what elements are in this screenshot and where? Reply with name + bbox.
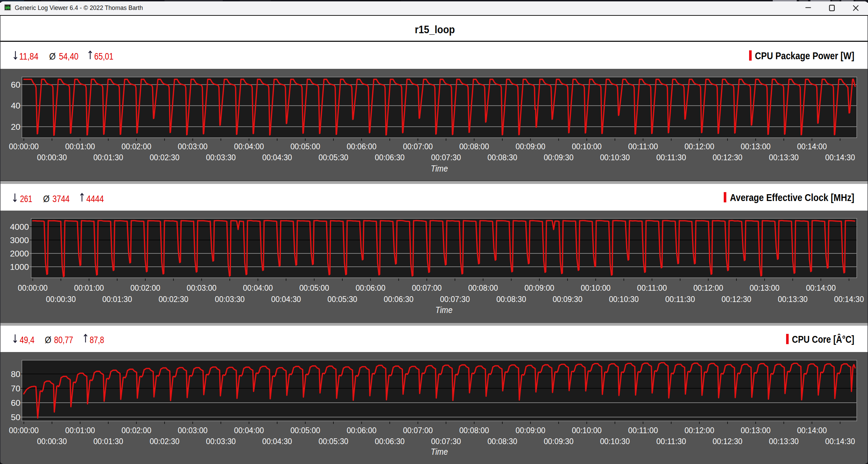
svg-text:00:06:30: 00:06:30 — [375, 437, 405, 446]
svg-text:60: 60 — [11, 398, 21, 407]
svg-text:00:11:00: 00:11:00 — [628, 142, 658, 151]
svg-text:00:03:30: 00:03:30 — [206, 437, 236, 446]
svg-text:80: 80 — [11, 369, 21, 379]
svg-text:00:10:30: 00:10:30 — [600, 153, 630, 162]
svg-text:00:11:00: 00:11:00 — [637, 283, 667, 292]
svg-text:00:04:00: 00:04:00 — [234, 426, 264, 435]
svg-text:00:00:00: 00:00:00 — [9, 142, 39, 151]
svg-text:00:12:00: 00:12:00 — [684, 426, 714, 435]
svg-text:00:02:00: 00:02:00 — [122, 426, 151, 435]
svg-text:00:02:30: 00:02:30 — [159, 294, 188, 304]
svg-text:00:04:00: 00:04:00 — [234, 142, 264, 151]
svg-text:00:05:30: 00:05:30 — [328, 294, 357, 304]
svg-text:00:04:30: 00:04:30 — [262, 153, 292, 162]
svg-text:Ø: Ø — [45, 335, 51, 345]
svg-text:70: 70 — [11, 384, 21, 393]
svg-text:00:06:30: 00:06:30 — [375, 153, 405, 162]
svg-text:49,4: 49,4 — [20, 335, 35, 345]
svg-text:00:03:30: 00:03:30 — [215, 294, 245, 304]
svg-text:00:07:00: 00:07:00 — [403, 142, 433, 151]
svg-text:00:05:00: 00:05:00 — [299, 283, 329, 292]
svg-text:00:00:30: 00:00:30 — [37, 437, 67, 446]
svg-text:Time: Time — [431, 447, 448, 457]
svg-text:00:08:30: 00:08:30 — [487, 437, 517, 446]
svg-text:00:01:30: 00:01:30 — [93, 153, 123, 162]
svg-text:00:07:30: 00:07:30 — [431, 437, 461, 446]
svg-text:00:02:30: 00:02:30 — [150, 153, 180, 162]
svg-text:00:10:00: 00:10:00 — [572, 426, 602, 435]
svg-text:00:08:00: 00:08:00 — [459, 142, 489, 151]
svg-text:00:13:00: 00:13:00 — [741, 142, 771, 151]
svg-text:00:00:00: 00:00:00 — [18, 283, 48, 292]
svg-text:00:12:30: 00:12:30 — [713, 153, 743, 162]
svg-text:20: 20 — [11, 122, 21, 131]
svg-text:Ø: Ø — [49, 51, 56, 62]
svg-text:00:06:00: 00:06:00 — [347, 142, 377, 151]
svg-text:00:05:00: 00:05:00 — [290, 142, 320, 151]
svg-text:00:03:00: 00:03:00 — [178, 426, 208, 435]
svg-text:40: 40 — [11, 101, 21, 110]
svg-text:00:10:00: 00:10:00 — [581, 283, 611, 292]
svg-text:00:07:00: 00:07:00 — [403, 426, 433, 435]
svg-text:00:06:00: 00:06:00 — [347, 426, 377, 435]
svg-text:00:07:30: 00:07:30 — [431, 153, 461, 162]
svg-text:00:01:30: 00:01:30 — [102, 294, 132, 304]
svg-text:00:02:00: 00:02:00 — [131, 283, 160, 292]
svg-text:00:13:30: 00:13:30 — [778, 294, 808, 304]
svg-text:00:00:30: 00:00:30 — [37, 153, 67, 162]
svg-text:261: 261 — [20, 193, 33, 204]
svg-text:Generic Log Viewer 6.4 - © 202: Generic Log Viewer 6.4 - © 2022 Thomas B… — [15, 4, 143, 11]
svg-text:00:07:00: 00:07:00 — [412, 283, 442, 292]
svg-text:CPU Core [Â°C]: CPU Core [Â°C] — [792, 334, 854, 345]
svg-text:00:08:00: 00:08:00 — [468, 283, 498, 292]
svg-text:50: 50 — [11, 413, 21, 422]
svg-text:00:14:00: 00:14:00 — [806, 283, 836, 292]
svg-text:00:03:00: 00:03:00 — [187, 283, 217, 292]
svg-text:Ø: Ø — [43, 193, 50, 204]
svg-text:00:01:30: 00:01:30 — [93, 437, 123, 446]
svg-text:00:11:30: 00:11:30 — [656, 153, 686, 162]
svg-text:54,40: 54,40 — [59, 51, 78, 62]
svg-text:00:12:00: 00:12:00 — [684, 142, 714, 151]
svg-text:00:12:00: 00:12:00 — [693, 283, 723, 292]
svg-text:00:11:00: 00:11:00 — [628, 426, 658, 435]
svg-text:00:04:30: 00:04:30 — [271, 294, 301, 304]
svg-text:00:03:00: 00:03:00 — [178, 142, 208, 151]
svg-text:00:09:00: 00:09:00 — [516, 426, 546, 435]
svg-text:00:04:30: 00:04:30 — [262, 437, 292, 446]
svg-text:00:02:30: 00:02:30 — [150, 437, 180, 446]
svg-text:00:10:00: 00:10:00 — [572, 142, 602, 151]
svg-text:00:01:00: 00:01:00 — [74, 283, 104, 292]
svg-text:4444: 4444 — [86, 193, 104, 204]
svg-text:60: 60 — [11, 80, 21, 89]
svg-text:00:13:30: 00:13:30 — [769, 153, 799, 162]
svg-text:00:13:00: 00:13:00 — [741, 426, 771, 435]
svg-text:00:14:30: 00:14:30 — [834, 294, 864, 304]
svg-text:00:08:30: 00:08:30 — [487, 153, 517, 162]
svg-text:00:08:30: 00:08:30 — [496, 294, 526, 304]
svg-text:Time: Time — [436, 305, 453, 315]
svg-text:r15_loop: r15_loop — [415, 23, 455, 36]
svg-text:80,77: 80,77 — [54, 335, 73, 345]
svg-text:00:14:00: 00:14:00 — [797, 142, 827, 151]
svg-text:00:07:30: 00:07:30 — [440, 294, 470, 304]
svg-text:00:12:30: 00:12:30 — [713, 437, 743, 446]
svg-text:00:13:30: 00:13:30 — [769, 437, 799, 446]
svg-text:11,84: 11,84 — [19, 51, 38, 62]
svg-text:00:09:30: 00:09:30 — [553, 294, 583, 304]
svg-text:3744: 3744 — [52, 193, 70, 204]
svg-text:00:12:30: 00:12:30 — [722, 294, 751, 304]
svg-text:00:14:00: 00:14:00 — [797, 426, 827, 435]
svg-text:00:05:30: 00:05:30 — [319, 153, 349, 162]
svg-text:87,8: 87,8 — [90, 335, 104, 345]
svg-text:00:13:00: 00:13:00 — [750, 283, 780, 292]
svg-text:00:10:30: 00:10:30 — [609, 294, 639, 304]
svg-text:00:09:30: 00:09:30 — [544, 437, 574, 446]
svg-text:00:05:00: 00:05:00 — [290, 426, 320, 435]
svg-text:00:00:30: 00:00:30 — [46, 294, 76, 304]
svg-text:00:10:30: 00:10:30 — [600, 437, 630, 446]
svg-text:4000: 4000 — [10, 222, 29, 231]
svg-text:00:11:30: 00:11:30 — [665, 294, 695, 304]
svg-text:00:04:00: 00:04:00 — [243, 283, 273, 292]
svg-text:00:02:00: 00:02:00 — [122, 142, 151, 151]
